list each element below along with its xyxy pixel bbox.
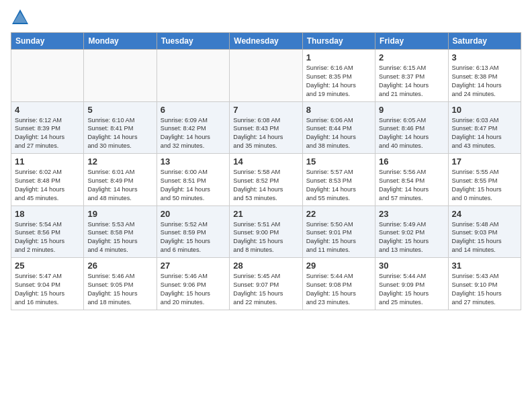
day-info: Sunrise: 6:13 AM Sunset: 8:38 PM Dayligh… (452, 64, 517, 99)
day-number: 22 (306, 209, 371, 219)
day-number: 27 (161, 261, 226, 271)
day-info: Sunrise: 5:58 AM Sunset: 8:52 PM Dayligh… (233, 168, 298, 203)
day-number: 26 (87, 261, 152, 271)
weekday-header-monday: Monday (84, 33, 157, 50)
day-number: 11 (15, 156, 80, 167)
day-number: 18 (15, 209, 80, 219)
day-cell: 24Sunrise: 5:48 AM Sunset: 9:03 PM Dayli… (448, 205, 521, 258)
day-cell (84, 50, 157, 102)
day-cell (230, 50, 302, 102)
day-cell: 12Sunrise: 6:01 AM Sunset: 8:49 PM Dayli… (84, 154, 157, 206)
day-number: 30 (379, 261, 444, 271)
day-number: 24 (452, 209, 517, 219)
day-info: Sunrise: 5:50 AM Sunset: 9:01 PM Dayligh… (306, 220, 371, 255)
day-info: Sunrise: 5:55 AM Sunset: 8:55 PM Dayligh… (452, 168, 517, 203)
day-info: Sunrise: 6:00 AM Sunset: 8:51 PM Dayligh… (161, 168, 226, 203)
logo-icon (11, 8, 30, 27)
day-number: 16 (379, 156, 444, 167)
day-number: 21 (233, 209, 298, 219)
week-row-2: 4Sunrise: 6:12 AM Sunset: 8:39 PM Daylig… (11, 101, 521, 154)
day-number: 23 (379, 209, 444, 219)
day-info: Sunrise: 5:52 AM Sunset: 8:59 PM Dayligh… (161, 220, 226, 255)
day-cell: 26Sunrise: 5:46 AM Sunset: 9:05 PM Dayli… (84, 258, 157, 310)
weekday-header-sunday: Sunday (11, 33, 84, 50)
day-number: 13 (161, 156, 226, 167)
day-cell: 13Sunrise: 6:00 AM Sunset: 8:51 PM Dayli… (157, 154, 229, 206)
day-info: Sunrise: 6:05 AM Sunset: 8:46 PM Dayligh… (379, 116, 444, 151)
day-info: Sunrise: 5:47 AM Sunset: 9:04 PM Dayligh… (15, 272, 80, 307)
day-cell: 22Sunrise: 5:50 AM Sunset: 9:01 PM Dayli… (302, 205, 375, 258)
day-cell: 23Sunrise: 5:49 AM Sunset: 9:02 PM Dayli… (375, 205, 448, 258)
day-number: 2 (379, 52, 444, 62)
day-number: 19 (87, 209, 152, 219)
day-info: Sunrise: 6:09 AM Sunset: 8:42 PM Dayligh… (161, 116, 226, 151)
day-info: Sunrise: 6:08 AM Sunset: 8:43 PM Dayligh… (233, 116, 298, 151)
day-number: 31 (452, 261, 517, 271)
day-info: Sunrise: 6:06 AM Sunset: 8:44 PM Dayligh… (306, 116, 371, 151)
page: SundayMondayTuesdayWednesdayThursdayFrid… (0, 0, 532, 411)
weekday-header-tuesday: Tuesday (157, 33, 229, 50)
calendar: SundayMondayTuesdayWednesdayThursdayFrid… (11, 32, 521, 310)
header (11, 8, 521, 27)
day-cell: 1Sunrise: 6:16 AM Sunset: 8:35 PM Daylig… (302, 50, 375, 102)
day-cell: 5Sunrise: 6:10 AM Sunset: 8:41 PM Daylig… (84, 101, 157, 154)
day-info: Sunrise: 5:57 AM Sunset: 8:53 PM Dayligh… (306, 168, 371, 203)
day-info: Sunrise: 6:16 AM Sunset: 8:35 PM Dayligh… (306, 64, 371, 99)
day-number: 10 (452, 105, 517, 115)
day-number: 8 (306, 105, 371, 115)
week-row-1: 1Sunrise: 6:16 AM Sunset: 8:35 PM Daylig… (11, 50, 521, 102)
day-cell: 3Sunrise: 6:13 AM Sunset: 8:38 PM Daylig… (448, 50, 521, 102)
day-number: 14 (233, 156, 298, 167)
day-cell (11, 50, 84, 102)
day-number: 3 (452, 52, 517, 62)
day-info: Sunrise: 6:02 AM Sunset: 8:48 PM Dayligh… (15, 168, 80, 203)
day-cell: 29Sunrise: 5:44 AM Sunset: 9:08 PM Dayli… (302, 258, 375, 310)
day-cell: 27Sunrise: 5:46 AM Sunset: 9:06 PM Dayli… (157, 258, 229, 310)
day-info: Sunrise: 6:12 AM Sunset: 8:39 PM Dayligh… (15, 116, 80, 151)
day-number: 9 (379, 105, 444, 115)
day-info: Sunrise: 5:46 AM Sunset: 9:05 PM Dayligh… (87, 272, 152, 307)
day-info: Sunrise: 5:48 AM Sunset: 9:03 PM Dayligh… (452, 220, 517, 255)
day-info: Sunrise: 5:54 AM Sunset: 8:56 PM Dayligh… (15, 220, 80, 255)
day-cell: 19Sunrise: 5:53 AM Sunset: 8:58 PM Dayli… (84, 205, 157, 258)
svg-marker-1 (13, 12, 27, 23)
day-cell: 15Sunrise: 5:57 AM Sunset: 8:53 PM Dayli… (302, 154, 375, 206)
day-cell: 11Sunrise: 6:02 AM Sunset: 8:48 PM Dayli… (11, 154, 84, 206)
weekday-header-friday: Friday (375, 33, 448, 50)
day-cell: 4Sunrise: 6:12 AM Sunset: 8:39 PM Daylig… (11, 101, 84, 154)
day-info: Sunrise: 5:43 AM Sunset: 9:10 PM Dayligh… (452, 272, 517, 307)
day-cell: 28Sunrise: 5:45 AM Sunset: 9:07 PM Dayli… (230, 258, 302, 310)
day-number: 25 (15, 261, 80, 271)
day-cell: 14Sunrise: 5:58 AM Sunset: 8:52 PM Dayli… (230, 154, 302, 206)
day-info: Sunrise: 5:46 AM Sunset: 9:06 PM Dayligh… (161, 272, 226, 307)
day-number: 28 (233, 261, 298, 271)
day-number: 6 (161, 105, 226, 115)
day-cell: 6Sunrise: 6:09 AM Sunset: 8:42 PM Daylig… (157, 101, 229, 154)
day-cell: 30Sunrise: 5:44 AM Sunset: 9:09 PM Dayli… (375, 258, 448, 310)
day-cell: 10Sunrise: 6:03 AM Sunset: 8:47 PM Dayli… (448, 101, 521, 154)
day-info: Sunrise: 6:03 AM Sunset: 8:47 PM Dayligh… (452, 116, 517, 151)
weekday-header-wednesday: Wednesday (230, 33, 302, 50)
day-cell (157, 50, 229, 102)
day-cell: 21Sunrise: 5:51 AM Sunset: 9:00 PM Dayli… (230, 205, 302, 258)
day-info: Sunrise: 6:10 AM Sunset: 8:41 PM Dayligh… (87, 116, 152, 151)
day-info: Sunrise: 5:45 AM Sunset: 9:07 PM Dayligh… (233, 272, 298, 307)
week-row-3: 11Sunrise: 6:02 AM Sunset: 8:48 PM Dayli… (11, 154, 521, 206)
day-cell: 20Sunrise: 5:52 AM Sunset: 8:59 PM Dayli… (157, 205, 229, 258)
week-row-5: 25Sunrise: 5:47 AM Sunset: 9:04 PM Dayli… (11, 258, 521, 310)
day-info: Sunrise: 6:01 AM Sunset: 8:49 PM Dayligh… (87, 168, 152, 203)
day-info: Sunrise: 5:51 AM Sunset: 9:00 PM Dayligh… (233, 220, 298, 255)
weekday-header-row: SundayMondayTuesdayWednesdayThursdayFrid… (11, 33, 521, 50)
logo (11, 8, 32, 27)
day-cell: 9Sunrise: 6:05 AM Sunset: 8:46 PM Daylig… (375, 101, 448, 154)
weekday-header-thursday: Thursday (302, 33, 375, 50)
day-number: 5 (87, 105, 152, 115)
day-cell: 2Sunrise: 6:15 AM Sunset: 8:37 PM Daylig… (375, 50, 448, 102)
day-info: Sunrise: 5:44 AM Sunset: 9:09 PM Dayligh… (379, 272, 444, 307)
day-number: 15 (306, 156, 371, 167)
day-number: 12 (87, 156, 152, 167)
day-number: 7 (233, 105, 298, 115)
day-info: Sunrise: 5:53 AM Sunset: 8:58 PM Dayligh… (87, 220, 152, 255)
day-number: 17 (452, 156, 517, 167)
day-cell: 31Sunrise: 5:43 AM Sunset: 9:10 PM Dayli… (448, 258, 521, 310)
